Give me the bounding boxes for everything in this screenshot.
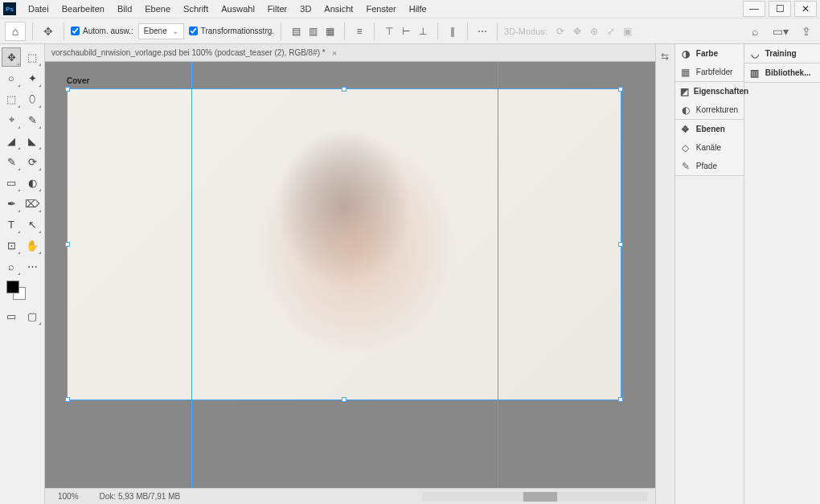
quickmask-tool[interactable]: ▭ bbox=[2, 306, 21, 326]
menu-ebene[interactable]: Ebene bbox=[139, 2, 176, 16]
menu-schrift[interactable]: Schrift bbox=[178, 2, 214, 16]
align-center-v-icon[interactable]: ⊢ bbox=[398, 23, 414, 39]
type-tool[interactable]: T bbox=[2, 215, 21, 234]
search-icon[interactable]: ⌕ bbox=[746, 23, 764, 40]
healing-tool[interactable]: ✎ bbox=[23, 110, 42, 129]
panel-tab-korrekturen[interactable]: ◐Korrekturen bbox=[675, 100, 744, 119]
auto-select-input[interactable] bbox=[71, 27, 80, 35]
expand-panels-icon[interactable]: ⇆ bbox=[658, 49, 672, 64]
zoom-tool[interactable]: ⌕ bbox=[2, 256, 21, 276]
align-center-h-icon[interactable]: ▥ bbox=[305, 23, 321, 39]
pan-3d-icon: ✥ bbox=[569, 23, 585, 39]
menu-fenster[interactable]: Fenster bbox=[360, 2, 401, 16]
pen-tool[interactable]: ⌦ bbox=[23, 194, 42, 213]
eyedropper-tool[interactable]: ⌖ bbox=[2, 110, 21, 129]
foreground-color[interactable] bbox=[6, 281, 19, 293]
align-horizontal-group: ▤ ▥ ▦ bbox=[288, 23, 338, 39]
home-button[interactable]: ⌂ bbox=[5, 22, 26, 41]
lasso-tool[interactable]: ○ bbox=[2, 68, 21, 88]
distribute-icon[interactable]: ≡ bbox=[351, 23, 367, 39]
panel-icon: ◑ bbox=[680, 48, 691, 59]
menu-datei[interactable]: Datei bbox=[23, 2, 55, 16]
zoom-level[interactable]: 100% bbox=[45, 492, 92, 501]
panel-tab-kan-le[interactable]: ◇Kanäle bbox=[675, 138, 744, 157]
maximize-button[interactable]: ☐ bbox=[769, 1, 791, 17]
horizontal-scrollbar[interactable] bbox=[422, 492, 647, 502]
panel-tab-ebenen[interactable]: ❖Ebenen bbox=[675, 120, 744, 138]
menu-bearbeiten[interactable]: Bearbeiten bbox=[56, 2, 110, 16]
separator bbox=[344, 23, 345, 40]
brush-tool[interactable]: ◢ bbox=[2, 131, 21, 150]
close-button[interactable]: ✕ bbox=[794, 1, 817, 17]
mode-3d-icons: ⟳ ✥ ⊕ ⤢ ▣ bbox=[552, 23, 636, 39]
app-logo: Ps bbox=[3, 2, 16, 15]
share-icon[interactable]: ⇪ bbox=[797, 23, 815, 40]
path-select-tool[interactable]: ↖ bbox=[23, 215, 42, 234]
transform-controls-input[interactable] bbox=[189, 27, 198, 35]
shape-tool[interactable]: ⊡ bbox=[2, 236, 21, 255]
status-bar: 100% Dok: 5,93 MB/7,91 MB bbox=[45, 488, 655, 504]
align-bottom-icon[interactable]: ⊥ bbox=[415, 23, 431, 39]
menu-bild[interactable]: Bild bbox=[112, 2, 137, 16]
artboard-label[interactable]: Cover bbox=[67, 76, 89, 85]
minimize-button[interactable]: — bbox=[743, 1, 765, 17]
menubar: Ps Datei Bearbeiten Bild Ebene Schrift A… bbox=[0, 0, 820, 18]
move-tool[interactable]: ✥ bbox=[2, 47, 21, 67]
align-top-icon[interactable]: ⊤ bbox=[381, 23, 397, 39]
mode-3d-label: 3D-Modus: bbox=[504, 27, 547, 36]
menu-3d[interactable]: 3D bbox=[294, 2, 317, 16]
more-align-icon[interactable]: ⋯ bbox=[474, 23, 490, 39]
menu-hilfe[interactable]: Hilfe bbox=[404, 2, 433, 16]
menu-filter[interactable]: Filter bbox=[262, 2, 293, 16]
color-swatches[interactable] bbox=[5, 281, 39, 301]
guide-vertical[interactable] bbox=[498, 62, 498, 488]
crop-tool[interactable]: ⬚ bbox=[2, 89, 21, 109]
gradient-tool[interactable]: ▭ bbox=[2, 173, 21, 192]
panel-tab-farbfelder[interactable]: ▦Farbfelder bbox=[675, 63, 744, 81]
panel-column-2: ◡Training▥Bibliothek... bbox=[744, 44, 820, 504]
canvas[interactable]: Cover bbox=[45, 62, 655, 488]
separator bbox=[32, 23, 33, 40]
align-right-icon[interactable]: ▦ bbox=[322, 23, 338, 39]
separator bbox=[64, 23, 64, 40]
marquee-tool[interactable]: ⬚ bbox=[23, 47, 42, 67]
panel-label: Training bbox=[765, 49, 797, 58]
move-tool-indicator-icon[interactable]: ✥ bbox=[39, 23, 57, 40]
screenmode-tool[interactable]: ▢ bbox=[23, 306, 42, 326]
dodge-tool[interactable]: ✒ bbox=[2, 194, 21, 213]
panel-label: Eigenschaften bbox=[694, 87, 748, 96]
panel-group: ▥Bibliothek... bbox=[744, 64, 820, 83]
scrollbar-thumb[interactable] bbox=[523, 492, 557, 502]
edit-toolbar[interactable]: ⋯ bbox=[23, 256, 42, 276]
align-left-icon[interactable]: ▤ bbox=[288, 23, 304, 39]
blur-tool[interactable]: ◐ bbox=[23, 173, 42, 192]
panel-tab-bibliothek-[interactable]: ▥Bibliothek... bbox=[744, 64, 820, 82]
workspace-icon[interactable]: ▭▾ bbox=[772, 23, 789, 40]
doc-info[interactable]: Dok: 5,93 MB/7,91 MB bbox=[92, 492, 189, 501]
distribute-v-icon[interactable]: ‖ bbox=[445, 23, 461, 39]
auto-select-mode-dropdown[interactable]: Ebene bbox=[138, 23, 184, 39]
auto-select-checkbox[interactable]: Autom. ausw.: bbox=[71, 27, 133, 35]
menu-ansicht[interactable]: Ansicht bbox=[318, 2, 359, 16]
magic-wand-tool[interactable]: ✦ bbox=[23, 68, 42, 88]
panel-tab-farbe[interactable]: ◑Farbe bbox=[675, 44, 744, 63]
transform-controls-checkbox[interactable]: Transformationsstrg. bbox=[189, 27, 274, 35]
stamp-tool[interactable]: ◣ bbox=[23, 131, 42, 150]
menu: Datei Bearbeiten Bild Ebene Schrift Ausw… bbox=[23, 2, 433, 16]
eraser-tool[interactable]: ⟳ bbox=[23, 152, 42, 171]
frame-tool[interactable]: ⬯ bbox=[23, 89, 42, 109]
tools-panel: ✥⬚ ○✦ ⬚⬯ ⌖✎ ◢◣ ✎⟳ ▭◐ ✒⌦ T↖ ⊡✋ ⌕⋯ ▭▢ bbox=[0, 44, 45, 504]
hand-tool[interactable]: ✋ bbox=[23, 236, 42, 255]
guide-vertical[interactable] bbox=[191, 62, 192, 488]
history-brush-tool[interactable]: ✎ bbox=[2, 152, 21, 171]
image-content bbox=[67, 88, 621, 400]
menu-auswahl[interactable]: Auswahl bbox=[215, 2, 260, 16]
close-tab-icon[interactable]: × bbox=[332, 48, 337, 58]
panel-group: ◑Farbe▦Farbfelder bbox=[675, 44, 744, 82]
document-tab[interactable]: vorschaubild_nrwision_vorlage.psd bei 10… bbox=[51, 48, 337, 58]
panel-tab-pfade[interactable]: ✎Pfade bbox=[675, 157, 744, 175]
artboard[interactable] bbox=[67, 88, 621, 400]
panel-tab-training[interactable]: ◡Training bbox=[744, 44, 820, 63]
panel-label: Korrekturen bbox=[696, 105, 738, 114]
panel-tab-eigenschaften[interactable]: ◩Eigenschaften bbox=[675, 82, 744, 100]
